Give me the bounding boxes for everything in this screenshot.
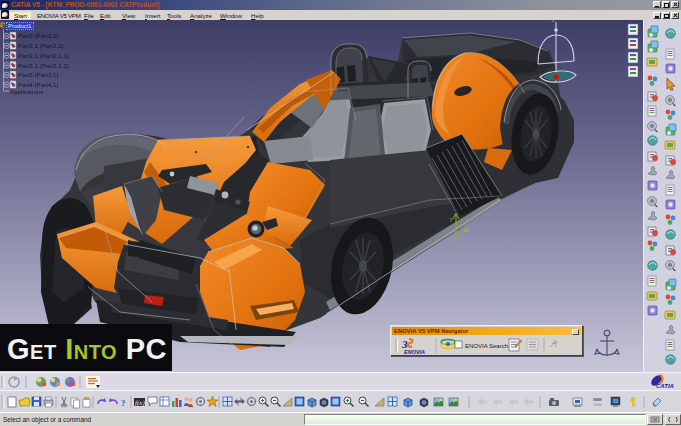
svg-text:Y: Y — [449, 217, 453, 223]
svg-text:CATIA: CATIA — [656, 383, 674, 389]
svg-text:ENOVIA Search...: ENOVIA Search... — [465, 343, 513, 349]
svg-text:ENOVIA: ENOVIA — [404, 349, 425, 355]
svg-text:z: z — [552, 20, 555, 23]
svg-text:H: H — [464, 227, 468, 233]
